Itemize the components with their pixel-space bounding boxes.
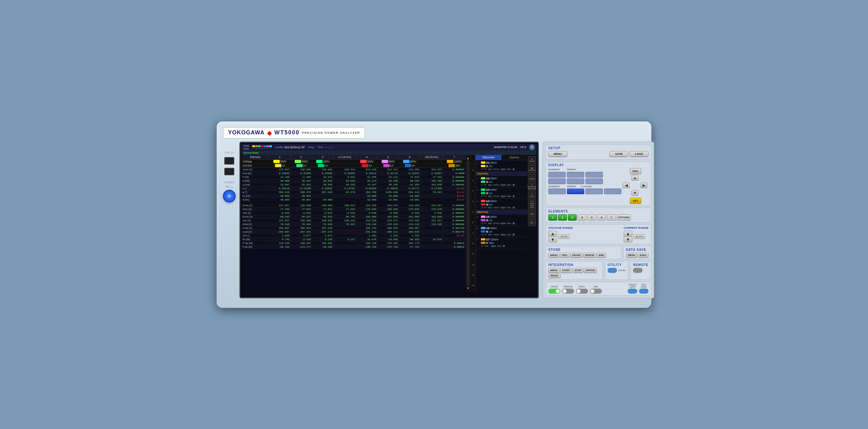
integ-start-button[interactable]: START: [560, 268, 572, 272]
utility-toggle[interactable]: [608, 268, 617, 273]
display-icon-btn[interactable]: ▦Display: [528, 165, 536, 173]
setup-load-button[interactable]: LOAD: [629, 151, 649, 157]
integ-error-button[interactable]: ERROR: [584, 268, 597, 272]
data-save-menu-button[interactable]: MENU: [626, 253, 638, 258]
scrollbar: ▲ ▼: [466, 155, 470, 292]
display-slot-6[interactable]: [586, 178, 603, 184]
misc-icon-btn[interactable]: ≡Misc: [528, 218, 536, 226]
data-cell: -287.421: [291, 230, 312, 234]
current-auto-button[interactable]: AUTO: [634, 234, 645, 239]
display-slot-9[interactable]: [586, 189, 603, 194]
store-error-button[interactable]: ERROR: [583, 253, 596, 258]
scroll-up[interactable]: ▲: [466, 156, 470, 160]
el-btn-1[interactable]: 1: [548, 214, 557, 221]
store-icon-btn[interactable]: ▼StoreData Save: [528, 200, 536, 208]
esc-button[interactable]: ESC: [630, 168, 642, 174]
nav-up[interactable]: ▲: [631, 175, 639, 181]
range-icon-btn[interactable]: ↕Range: [528, 174, 536, 182]
current-range-up[interactable]: ▲: [624, 231, 632, 236]
store-end-button[interactable]: END: [596, 253, 606, 258]
touch-lock-label: TOUCHLOCK: [629, 284, 637, 288]
store-rec-button[interactable]: REC: [560, 253, 570, 258]
el-btn-7[interactable]: 7: [607, 214, 616, 221]
over-color-bars: [252, 147, 272, 149]
el-btn-6[interactable]: 6: [597, 214, 606, 221]
nav-left[interactable]: ◀: [623, 183, 629, 188]
el-btn-5[interactable]: 5: [587, 214, 596, 221]
data-cell: Umn [V]: [242, 207, 269, 211]
display-slot-1[interactable]: [548, 172, 566, 177]
voltage-range-down[interactable]: ▼: [548, 237, 557, 242]
data-cell: 145.661: [312, 241, 334, 245]
data-cell: P-pk [W]: [242, 245, 269, 249]
integration-icon-btn[interactable]: ∫Integ: [528, 209, 536, 217]
range-controls: VOLTAGE RANGE ▲ ▼ AUTO CURRENT RANGE: [548, 226, 649, 242]
setup-section: SETUP MENU SAVE LOAD: [546, 144, 651, 160]
update-rate-icon-btn[interactable]: ↻UpdateRateAveraging: [528, 183, 536, 191]
display-slot-2[interactable]: [567, 172, 584, 177]
display-slot-3[interactable]: [586, 172, 603, 177]
utility-section: UTILITY LOCAL: [605, 261, 628, 280]
voltage-range-up[interactable]: ▲: [548, 231, 557, 236]
data-cell: [334, 194, 356, 198]
nav-down[interactable]: ▼: [631, 190, 639, 196]
element-item: 2 U2 300V I2 1A LF FF Adv 500Hz Sync Hrm…: [475, 176, 527, 187]
elements-tabs: Elements Options: [475, 155, 527, 160]
display-slot-8-active[interactable]: [567, 189, 584, 194]
scroll-down[interactable]: ▼: [466, 287, 470, 290]
elements-tab[interactable]: Elements: [475, 155, 501, 160]
key-lock-toggle[interactable]: [639, 289, 649, 294]
el-btn-options[interactable]: OPTIONS: [617, 214, 631, 221]
store-section: STORE MENU REC PAUSE ERROR END: [546, 246, 621, 259]
data-save-buttons: MENU EXEC: [626, 253, 649, 258]
data-cell: 0.00000k: [443, 168, 466, 171]
time-label: Time: [317, 146, 323, 148]
display-slot-10[interactable]: [604, 189, 621, 194]
table-row: Urms [V]137.847138.699138.695138.414214.…: [242, 204, 466, 207]
el-btn-2[interactable]: 2: [558, 214, 567, 221]
touch-lock-toggle[interactable]: [628, 289, 637, 294]
store-menu-button[interactable]: MENU: [548, 253, 560, 258]
options-tab[interactable]: Options: [501, 155, 527, 160]
integ-stop-button[interactable]: STOP: [573, 268, 584, 272]
data-save-exec-button[interactable]: EXEC: [638, 253, 649, 258]
data-cell: Irms [A]: [242, 171, 269, 175]
data-cell: 27.254: [421, 175, 443, 179]
touch-lock-control: TOUCHLOCK: [628, 284, 637, 294]
power-button[interactable]: ⏻: [223, 190, 236, 202]
data-cell: 0.39218: [269, 187, 291, 190]
integ-menu-button[interactable]: MENU: [548, 268, 560, 272]
current-range-down[interactable]: ▼: [624, 237, 632, 242]
table-row: U+pk [V]285.097288.053287.629291.791290.…: [242, 226, 466, 230]
integ-reset-button[interactable]: RESET: [548, 273, 561, 278]
data-cell: G105.638: [378, 190, 399, 194]
display-slot-7[interactable]: [548, 189, 566, 194]
null-toggle[interactable]: [576, 289, 588, 294]
setup-menu-button[interactable]: MENU: [548, 151, 567, 157]
help-button[interactable]: ?: [529, 144, 535, 150]
el-btn-3[interactable]: 3: [568, 214, 577, 221]
data-cell: -0.26956: [378, 187, 399, 190]
store-pause-button[interactable]: PAUSE: [570, 253, 583, 258]
nav-right[interactable]: ▶: [640, 183, 647, 188]
display-slot-5[interactable]: [567, 178, 584, 184]
setup-save-button[interactable]: SAVE: [610, 151, 628, 157]
data-cell: 36.347: [291, 179, 312, 183]
elements-panel: Elements Options 1 U1 300V I1 1A: [475, 155, 527, 292]
hold-toggle[interactable]: [548, 289, 560, 294]
setup-icon-btn[interactable]: ⚙Setup: [528, 156, 536, 164]
nav-cross: ▲ ◀ ▶ ▼: [623, 175, 649, 197]
set-button[interactable]: SET: [630, 198, 641, 204]
data-cell: 22.533: [421, 238, 443, 241]
single-toggle[interactable]: [562, 289, 574, 294]
remote-toggle[interactable]: [633, 268, 643, 273]
el-btn-4[interactable]: 4: [578, 214, 586, 221]
display-slot-4[interactable]: [548, 178, 566, 184]
table-row: P [W]14.106-5.48519.3478.62251.366-24.11…: [242, 175, 466, 179]
voltage-auto-button[interactable]: AUTO: [558, 234, 570, 239]
data-cell: [334, 226, 356, 230]
current-range-row: ▲ ▼ AUTO: [624, 231, 649, 242]
filter-icon-btn[interactable]: ≋Filter: [528, 191, 536, 200]
data-cell: 0.00000k: [443, 179, 466, 183]
cal-toggle[interactable]: [590, 289, 602, 294]
